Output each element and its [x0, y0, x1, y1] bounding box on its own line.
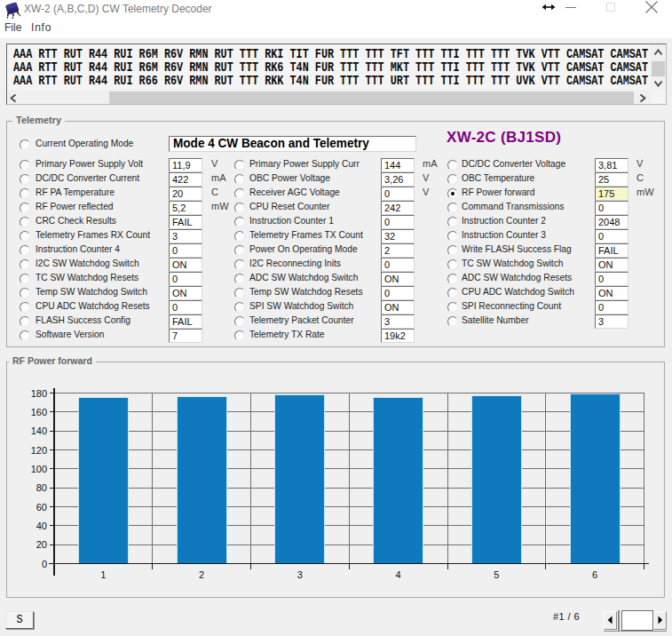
- svg-text:60: 60: [36, 502, 47, 513]
- svg-text:40: 40: [36, 521, 47, 531]
- svg-text:3: 3: [297, 569, 303, 580]
- svg-text:1: 1: [100, 569, 106, 580]
- svg-text:4: 4: [396, 569, 401, 580]
- svg-text:140: 140: [31, 425, 47, 436]
- svg-text:2: 2: [199, 569, 204, 580]
- svg-text:80: 80: [36, 482, 47, 493]
- svg-text:180: 180: [31, 388, 47, 399]
- svg-text:160: 160: [31, 407, 47, 417]
- svg-text:5: 5: [494, 569, 499, 580]
- svg-text:0: 0: [42, 559, 47, 569]
- svg-text:100: 100: [31, 464, 47, 474]
- svg-text:120: 120: [31, 445, 47, 456]
- svg-text:20: 20: [36, 539, 47, 550]
- svg-text:6: 6: [592, 569, 597, 580]
